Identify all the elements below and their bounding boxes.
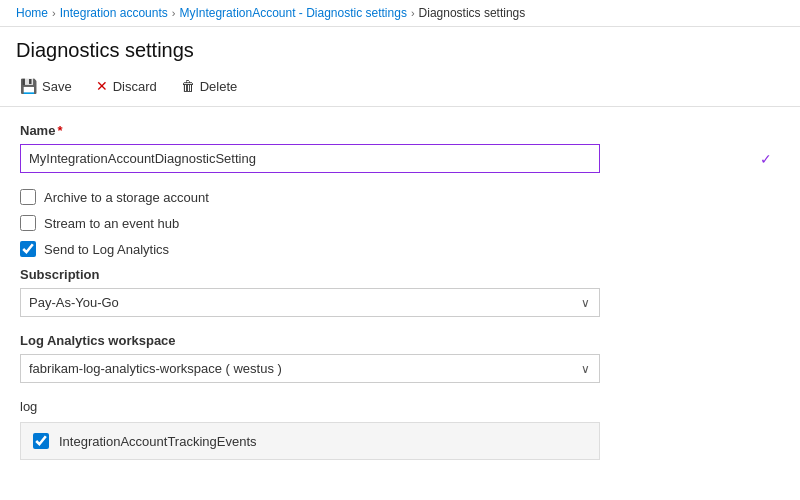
main-content: Name* ✓ Archive to a storage account Str… [0,107,800,487]
save-button[interactable]: 💾 Save [16,76,76,96]
subscription-dropdown-wrapper: Pay-As-You-Go ∨ [20,288,600,317]
discard-icon: ✕ [96,78,108,94]
breadcrumb-current: Diagnostics settings [419,6,526,20]
subscription-group: Subscription Pay-As-You-Go ∨ [20,267,780,317]
stream-label[interactable]: Stream to an event hub [44,216,179,231]
archive-checkbox-group: Archive to a storage account [20,189,780,205]
workspace-dropdown-wrapper: fabrikam-log-analytics-workspace ( westu… [20,354,600,383]
workspace-group: Log Analytics workspace fabrikam-log-ana… [20,333,780,383]
stream-checkbox-group: Stream to an event hub [20,215,780,231]
breadcrumb-myintegration-diagnostic[interactable]: MyIntegrationAccount - Diagnostic settin… [179,6,406,20]
stream-checkbox[interactable] [20,215,36,231]
log-tracking-label[interactable]: IntegrationAccountTrackingEvents [59,434,257,449]
loganalytics-checkbox-group: Send to Log Analytics [20,241,780,257]
breadcrumb-separator-2: › [172,7,176,19]
log-section-label: log [20,399,780,414]
input-check-icon: ✓ [760,151,772,167]
breadcrumb-separator-3: › [411,7,415,19]
delete-label: Delete [200,79,238,94]
breadcrumb-integration-accounts[interactable]: Integration accounts [60,6,168,20]
name-input[interactable] [20,144,600,173]
delete-icon: 🗑 [181,78,195,94]
log-row: IntegrationAccountTrackingEvents [33,433,587,449]
name-field-group: Name* ✓ [20,123,780,173]
name-input-wrapper: ✓ [20,144,780,173]
save-label: Save [42,79,72,94]
loganalytics-label[interactable]: Send to Log Analytics [44,242,169,257]
breadcrumb-separator-1: › [52,7,56,19]
save-icon: 💾 [20,78,37,94]
name-required: * [57,123,62,138]
toolbar: 💾 Save ✕ Discard 🗑 Delete [0,70,800,107]
log-section: log IntegrationAccountTrackingEvents [20,399,780,460]
archive-label[interactable]: Archive to a storage account [44,190,209,205]
breadcrumb-home[interactable]: Home [16,6,48,20]
subscription-label: Subscription [20,267,780,282]
log-tracking-checkbox[interactable] [33,433,49,449]
delete-button[interactable]: 🗑 Delete [177,76,242,96]
breadcrumb: Home › Integration accounts › MyIntegrat… [0,0,800,27]
discard-button[interactable]: ✕ Discard [92,76,161,96]
workspace-label: Log Analytics workspace [20,333,780,348]
archive-checkbox[interactable] [20,189,36,205]
loganalytics-checkbox[interactable] [20,241,36,257]
page-title: Diagnostics settings [0,27,800,70]
discard-label: Discard [113,79,157,94]
log-table: IntegrationAccountTrackingEvents [20,422,600,460]
workspace-dropdown[interactable]: fabrikam-log-analytics-workspace ( westu… [20,354,600,383]
name-label: Name* [20,123,780,138]
subscription-dropdown[interactable]: Pay-As-You-Go [20,288,600,317]
